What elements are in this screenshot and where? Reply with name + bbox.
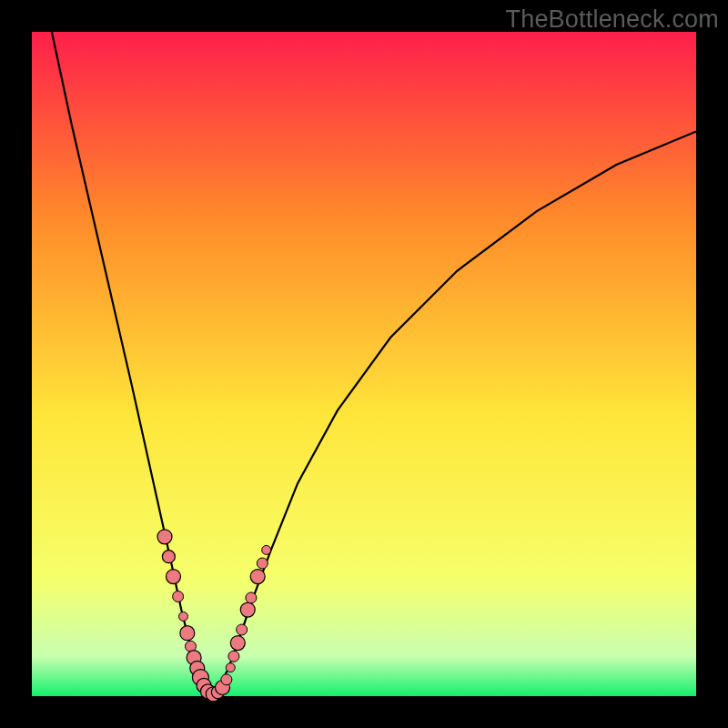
plot-area	[32, 32, 696, 696]
marker-dot	[246, 592, 257, 603]
marker-dot	[240, 602, 255, 617]
curve-bottleneck-curve-left	[52, 32, 211, 696]
curve-group	[52, 32, 696, 696]
marker-dot	[173, 592, 184, 602]
marker-dot	[257, 558, 268, 569]
marker-dot	[166, 570, 180, 584]
marker-dot	[230, 636, 245, 651]
marker-dot	[250, 570, 265, 584]
curve-layer	[32, 32, 696, 696]
curve-bottleneck-curve-right	[211, 132, 696, 697]
chart-frame: TheBottleneck.com	[0, 0, 728, 728]
marker-dot	[180, 626, 195, 641]
marker-dot	[228, 651, 239, 662]
marker-dot	[157, 530, 172, 544]
marker-dot	[162, 551, 175, 563]
marker-dot	[226, 663, 235, 672]
marker-dot	[237, 624, 248, 635]
marker-dot	[221, 674, 232, 685]
marker-dot	[262, 545, 271, 554]
dots-group	[157, 530, 271, 702]
watermark-text: TheBottleneck.com	[505, 5, 719, 34]
marker-dot	[178, 612, 187, 621]
